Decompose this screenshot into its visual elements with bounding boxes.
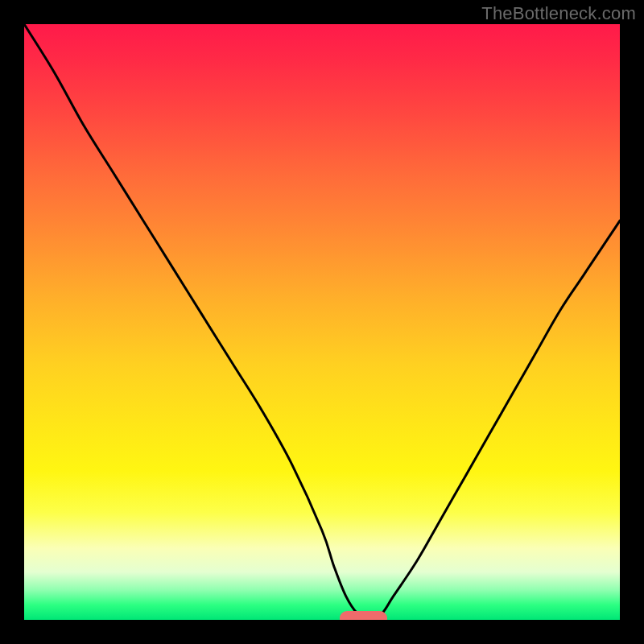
attribution-text: TheBottleneck.com xyxy=(481,3,636,24)
minimum-marker xyxy=(340,611,387,620)
chart-frame: TheBottleneck.com xyxy=(0,0,644,644)
bottleneck-curve xyxy=(24,24,620,620)
curve-svg xyxy=(24,24,620,620)
plot-area xyxy=(24,24,620,620)
